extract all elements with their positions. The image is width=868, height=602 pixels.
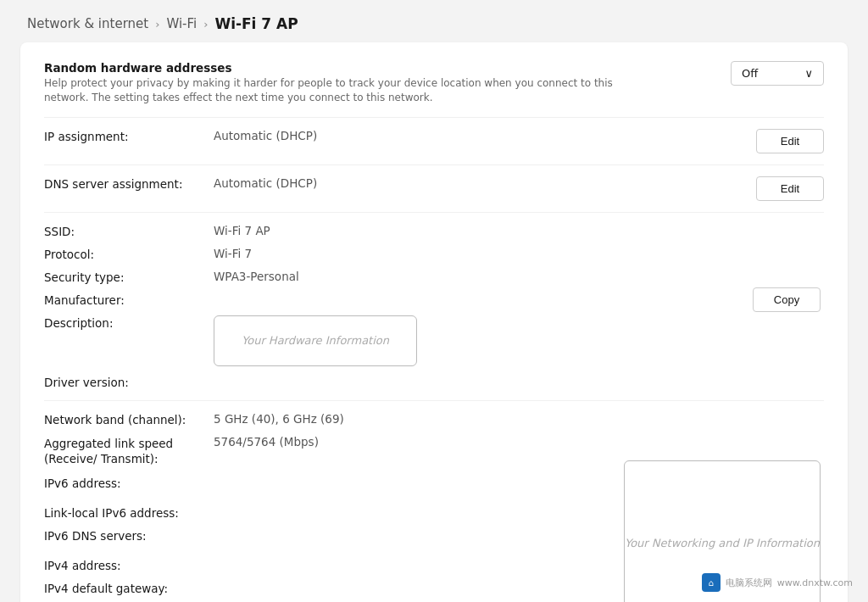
dns-assignment-value: Automatic (DHCP) [214,176,756,190]
settings-card: Random hardware addresses Help protect y… [20,42,848,602]
aggregated-speed-row: Aggregated link speed (Receive/ Transmit… [44,431,624,472]
hardware-info-labels: SSID: Wi-Fi 7 AP Protocol: Wi-Fi 7 Secur… [44,220,753,393]
breadcrumb-sep2: › [203,18,208,31]
random-hw-section: Random hardware addresses Help protect y… [44,61,824,110]
link-local-ipv6-row: Link-local IPv6 address: [44,501,624,524]
driver-version-row: Driver version: [44,371,753,393]
breadcrumb-current: Wi-Fi 7 AP [214,15,298,32]
manufacturer-label: Manufacturer: [44,293,214,307]
dns-assignment-action: Edit [756,176,824,201]
dns-assignment-row: DNS server assignment: Automatic (DHCP) … [44,172,824,205]
description-row: Description: Your Hardware Information [44,311,753,371]
protocol-value: Wi-Fi 7 [214,247,753,260]
ipv4-gateway-label: IPv4 default gateway: [44,581,214,595]
network-info-labels: Network band (channel): 5 GHz (40), 6 GH… [44,408,624,602]
ipv4-gateway-row: IPv4 default gateway: [44,577,624,599]
dns-assignment-label: DNS server assignment: [44,176,214,191]
ssid-row: SSID: Wi-Fi 7 AP [44,220,753,242]
chevron-down-icon: ∨ [804,67,813,80]
watermark-icon: ⌂ [702,573,721,592]
random-hw-subtitle: Help protect your privacy by making it h… [44,76,620,105]
description-label: Description: [44,315,214,330]
network-band-value: 5 GHz (40), 6 GHz (69) [214,412,624,426]
network-band-label: Network band (channel): [44,412,214,426]
copy-button[interactable]: Copy [753,287,821,312]
aggregated-speed-label: Aggregated link speed (Receive/ Transmit… [44,435,214,468]
description-value: Your Hardware Information [214,315,753,366]
ip-assignment-action: Edit [756,129,824,153]
security-type-value: WPA3-Personal [214,270,753,283]
random-hw-title: Random hardware addresses [44,61,620,75]
ipv4-address-label: IPv4 address: [44,558,214,572]
breadcrumb-network[interactable]: Network & internet [27,16,148,31]
hardware-info-section: SSID: Wi-Fi 7 AP Protocol: Wi-Fi 7 Secur… [44,220,824,393]
dropdown-value: Off [742,67,758,80]
network-band-row: Network band (channel): 5 GHz (40), 6 GH… [44,408,624,431]
random-hw-header: Random hardware addresses Help protect y… [44,61,620,105]
ipv6-dns-row: IPv6 DNS servers: [44,524,624,547]
protocol-label: Protocol: [44,247,214,261]
manufacturer-row: Manufacturer: [44,288,753,311]
ipv4-address-row: IPv4 address: [44,554,624,577]
ip-assignment-label: IP assignment: [44,129,214,143]
watermark: ⌂ 电脑系统网 www.dnxtw.com [702,573,853,592]
driver-version-label: Driver version: [44,375,214,389]
ssid-label: SSID: [44,224,214,238]
ipv6-dns-label: IPv6 DNS servers: [44,528,214,543]
ip-assignment-value: Automatic (DHCP) [214,129,756,142]
link-local-ipv6-label: Link-local IPv6 address: [44,505,214,520]
ssid-value: Wi-Fi 7 AP [214,224,753,237]
random-hw-dropdown[interactable]: Off ∨ [731,61,824,86]
breadcrumb-wifi[interactable]: Wi-Fi [166,16,197,31]
watermark-site: 电脑系统网 [726,577,772,589]
networking-placeholder: Your Networking and IP Information [625,537,820,549]
dns-assignment-edit-button[interactable]: Edit [756,176,824,201]
copy-action: Copy [753,220,824,312]
ipv6-address-label: IPv6 address: [44,476,214,490]
breadcrumb-sep1: › [155,18,159,31]
hardware-info-placeholder: Your Hardware Information [242,334,389,347]
security-type-row: Security type: WPA3-Personal [44,265,753,288]
aggregated-speed-value: 5764/5764 (Mbps) [214,435,624,449]
breadcrumb: Network & internet › Wi-Fi › Wi-Fi 7 AP [0,0,868,42]
watermark-url: www.dnxtw.com [777,577,853,588]
protocol-row: Protocol: Wi-Fi 7 [44,242,753,265]
ip-assignment-row: IP assignment: Automatic (DHCP) Edit [44,125,824,158]
hardware-info-box: Your Hardware Information [214,315,417,366]
security-type-label: Security type: [44,270,214,284]
ip-assignment-edit-button[interactable]: Edit [756,129,824,153]
ipv6-address-row: IPv6 address: [44,471,624,494]
